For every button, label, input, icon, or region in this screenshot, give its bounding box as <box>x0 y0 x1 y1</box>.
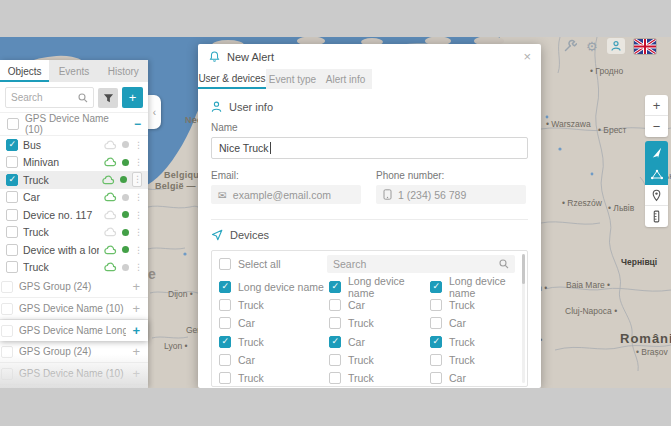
grid-device-checkbox[interactable] <box>329 372 341 384</box>
grid-device[interactable]: Truck <box>329 317 430 329</box>
scrollbar-thumb[interactable] <box>522 254 525 284</box>
more-menu-icon[interactable]: ⋮ <box>134 157 142 167</box>
grid-device[interactable]: Car <box>219 354 329 366</box>
grid-device-checkbox[interactable] <box>430 299 442 311</box>
grid-device-checkbox[interactable] <box>219 317 231 329</box>
expand-group-icon[interactable]: + <box>132 279 140 294</box>
grid-device[interactable]: Car <box>430 372 515 384</box>
device-checkbox[interactable] <box>6 226 18 238</box>
grid-device[interactable]: Truck <box>329 372 430 384</box>
more-menu-icon[interactable]: ⋮ <box>134 262 142 272</box>
more-menu-icon[interactable]: ⋮ <box>132 172 142 187</box>
grid-device-checkbox[interactable] <box>219 299 231 311</box>
phone-field[interactable]: 1 (234) 56 789 <box>376 185 526 204</box>
sidebar-search-input[interactable]: Search <box>5 87 94 108</box>
group-checkbox[interactable] <box>7 118 19 130</box>
grid-device-checkbox[interactable] <box>219 281 231 293</box>
tab-objects[interactable]: Objects <box>0 60 49 82</box>
grid-device[interactable]: Car <box>219 317 329 329</box>
device-row[interactable]: Truck ⋮ <box>0 224 148 242</box>
filter-button[interactable] <box>98 88 118 108</box>
expand-group-icon[interactable]: + <box>132 323 140 338</box>
grid-device[interactable]: Truck <box>430 299 515 311</box>
group-checkbox[interactable] <box>1 368 13 380</box>
zoom-out-button[interactable]: − <box>645 116 668 137</box>
select-all[interactable]: Select all <box>219 258 321 270</box>
grid-device[interactable]: Long device name <box>430 275 515 299</box>
navigate-button[interactable] <box>645 141 668 163</box>
grid-device-checkbox[interactable] <box>329 299 341 311</box>
tab-alert-info[interactable]: Alert info <box>319 69 372 89</box>
more-menu-icon[interactable]: ⋮ <box>134 227 142 237</box>
more-menu-icon[interactable]: ⋮ <box>134 192 142 202</box>
device-checkbox[interactable] <box>6 209 18 221</box>
group-checkbox[interactable] <box>1 325 13 337</box>
grid-device[interactable]: Car <box>430 317 515 329</box>
tab-event-type[interactable]: Event type <box>266 69 319 89</box>
grid-device-checkbox[interactable] <box>329 336 341 348</box>
collapse-group-icon[interactable]: − <box>134 117 141 131</box>
close-icon[interactable]: × <box>523 49 531 64</box>
grid-device[interactable]: Car <box>329 336 430 348</box>
grid-device-checkbox[interactable] <box>329 317 341 329</box>
device-row[interactable]: Device no. 117 ⋮ <box>0 206 148 224</box>
group-row[interactable]: GPS Device Name Long (124) + <box>0 320 148 341</box>
device-row[interactable]: Truck ⋮ <box>0 171 148 189</box>
grid-device-checkbox[interactable] <box>430 372 442 384</box>
grid-device[interactable]: Truck <box>219 372 329 384</box>
ruler-button[interactable] <box>645 206 668 227</box>
name-input[interactable]: Nice Truck <box>211 137 528 159</box>
grid-device-checkbox[interactable] <box>219 372 231 384</box>
device-checkbox[interactable] <box>6 261 18 273</box>
device-checkbox[interactable] <box>6 191 18 203</box>
tab-events[interactable]: Events <box>49 60 98 82</box>
expand-group-icon[interactable]: + <box>132 301 140 316</box>
user-icon[interactable] <box>607 38 625 54</box>
device-group-header[interactable]: GPS Device Name (10) − <box>0 112 148 136</box>
tab-history[interactable]: History <box>99 60 148 82</box>
grid-device[interactable]: Truck <box>329 354 430 366</box>
wrench-icon[interactable] <box>563 39 577 53</box>
grid-device[interactable]: Truck <box>219 336 329 348</box>
grid-device-checkbox[interactable] <box>329 281 341 293</box>
uk-flag-icon[interactable] <box>634 39 656 54</box>
device-row[interactable]: Bus ⋮ <box>0 136 148 154</box>
grid-device[interactable]: Truck <box>219 299 329 311</box>
grid-device[interactable]: Truck <box>430 336 515 348</box>
device-row[interactable]: Minivan ⋮ <box>0 154 148 172</box>
grid-device[interactable]: Car <box>329 299 430 311</box>
email-field[interactable]: ✉ example@email.com <box>211 185 361 204</box>
add-object-button[interactable]: + <box>122 87 143 108</box>
grid-device-checkbox[interactable] <box>329 354 341 366</box>
grid-device[interactable]: Long device name <box>219 281 329 293</box>
zoom-in-button[interactable]: + <box>645 95 668 116</box>
group-row[interactable]: GPS Device Name (10) + <box>0 363 148 385</box>
scrollbar[interactable] <box>522 254 525 383</box>
grid-device-checkbox[interactable] <box>430 336 442 348</box>
device-row[interactable]: Truck ⋮ <box>0 259 148 277</box>
device-checkbox[interactable] <box>6 139 18 151</box>
expand-group-icon[interactable]: + <box>132 344 140 359</box>
more-menu-icon[interactable]: ⋮ <box>134 140 142 150</box>
grid-device[interactable]: Truck <box>430 354 515 366</box>
device-row[interactable]: Device with a long n... ⋮ <box>0 241 148 259</box>
select-all-checkbox[interactable] <box>219 258 231 270</box>
group-row[interactable]: GPS Device Name (10) + <box>0 298 148 320</box>
device-checkbox[interactable] <box>6 174 18 186</box>
devices-search-input[interactable]: Search <box>327 255 515 273</box>
grid-device-checkbox[interactable] <box>430 354 442 366</box>
group-checkbox[interactable] <box>1 346 13 358</box>
grid-device-checkbox[interactable] <box>430 317 442 329</box>
device-checkbox[interactable] <box>6 244 18 256</box>
grid-device-checkbox[interactable] <box>430 281 442 293</box>
group-row[interactable]: GPS Group (24) + <box>0 276 148 298</box>
group-checkbox[interactable] <box>1 303 13 315</box>
location-button[interactable] <box>645 185 668 206</box>
device-checkbox[interactable] <box>6 156 18 168</box>
group-row[interactable]: GPS Group (24) + <box>0 341 148 363</box>
more-menu-icon[interactable]: ⋮ <box>134 245 142 255</box>
grid-device[interactable]: Long device name <box>329 275 430 299</box>
grid-device-checkbox[interactable] <box>219 336 231 348</box>
expand-group-icon[interactable]: + <box>132 366 140 381</box>
gear-icon[interactable]: ⚙ <box>586 40 598 53</box>
